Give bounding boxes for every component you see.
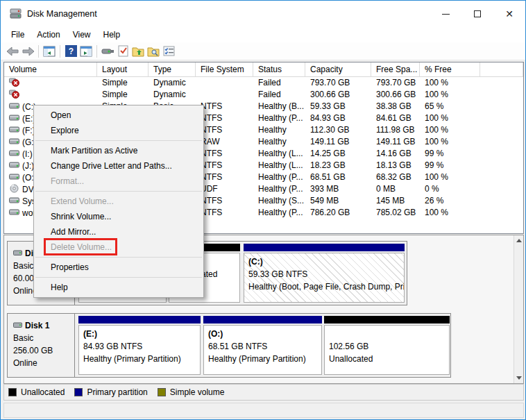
volume-row[interactable]: SimpleDynamicFailed300.66 GB300.66 GB100… xyxy=(4,89,523,101)
volume-capacity-cell: 59.33 GB xyxy=(305,101,371,112)
column-header-type[interactable]: Type xyxy=(149,62,196,76)
scroll-down-button[interactable] xyxy=(514,373,524,383)
maximize-button[interactable] xyxy=(461,1,493,27)
menu-item-add-mirror[interactable]: Add Mirror... xyxy=(34,224,203,240)
menu-item-label: Add Mirror... xyxy=(51,227,96,237)
volume-blank-cell xyxy=(480,89,523,101)
menubar-item-file[interactable]: File xyxy=(5,28,31,41)
volume-free-space-cell: 793.70 GB xyxy=(371,77,420,89)
menu-separator xyxy=(35,257,202,258)
column-header-file-system[interactable]: File System xyxy=(196,62,253,76)
volume-percent-free-cell: 100 % xyxy=(420,112,480,124)
volume-capacity-cell: 793.70 GB xyxy=(305,77,371,89)
titlebar: Disk Management ✕ xyxy=(1,1,525,27)
volume-capacity-cell: 786.20 GB xyxy=(305,207,371,219)
volume-free-space-cell: 149.11 GB xyxy=(371,136,420,148)
volume-free-space-cell: 145 MB xyxy=(371,195,420,207)
disk-volume-icon xyxy=(9,149,19,159)
menubar-item-help[interactable]: Help xyxy=(97,28,127,41)
volume-status-cell: Healthy (P... xyxy=(253,112,305,124)
volume-type-cell: Dynamic xyxy=(149,77,196,89)
volume-blank-cell xyxy=(480,160,523,171)
column-header-capacity[interactable]: Capacity xyxy=(305,62,371,76)
volume-blank-cell xyxy=(480,124,523,136)
volume-percent-free-cell: 100 % xyxy=(420,171,480,183)
unallocated-block[interactable]: 102.56 GBUnallocated xyxy=(324,316,450,375)
menu-item-delete-volume[interactable]: Delete Volume... xyxy=(34,240,203,255)
menu-item-help[interactable]: Help xyxy=(34,280,203,295)
column-header-status[interactable]: Status xyxy=(253,62,305,76)
volume-free-space-cell: 111.98 GB xyxy=(371,124,420,136)
partition-block[interactable]: (O:)68.51 GB NTFSHealthy (Primary Partit… xyxy=(203,316,322,375)
menu-item-extend-volume[interactable]: Extend Volume... xyxy=(34,194,203,209)
volume-percent-free-cell: 26 % xyxy=(420,195,480,207)
volume-free-space-cell: 14.16 GB xyxy=(371,148,420,160)
forward-icon[interactable] xyxy=(20,44,35,59)
folder-search-icon[interactable] xyxy=(146,44,161,59)
volume-free-space-cell: 38.38 GB xyxy=(371,101,420,112)
partition-color-bar xyxy=(203,316,322,324)
menu-item-properties[interactable]: Properties xyxy=(34,260,203,275)
column-header-layout[interactable]: Layout xyxy=(97,62,149,76)
disk-info-panel[interactable]: Disk 1Basic256.00 GBOnline xyxy=(8,314,75,377)
maximize-icon xyxy=(474,10,481,17)
partition-block[interactable]: (C:)59.33 GB NTFSHealthy (Boot, Page Fil… xyxy=(244,244,405,303)
help-icon[interactable]: ? xyxy=(63,44,78,59)
menu-item-label: Extend Volume... xyxy=(51,196,114,206)
partition-label: (E:)84.93 GB NTFSHealthy (Primary Partit… xyxy=(78,325,201,375)
menu-item-shrink-volume[interactable]: Shrink Volume... xyxy=(34,209,203,224)
folder-up-icon[interactable] xyxy=(130,44,146,59)
volume-capacity-cell: 393 MB xyxy=(305,183,371,195)
menubar-item-action[interactable]: Action xyxy=(31,28,66,41)
menu-item-label: Mark Partition as Active xyxy=(51,146,137,156)
volume-status-cell: Healthy (P... xyxy=(253,183,305,195)
menu-item-open[interactable]: Open xyxy=(34,108,203,123)
column-header--free[interactable]: % Free xyxy=(420,62,480,76)
back-icon[interactable] xyxy=(5,44,20,59)
menubar-item-view[interactable]: View xyxy=(67,28,97,41)
legend-label: Primary partition xyxy=(87,387,147,397)
menu-item-label: Properties xyxy=(51,262,89,272)
legend-swatch xyxy=(74,388,83,396)
menu-item-mark-partition-as-active[interactable]: Mark Partition as Active xyxy=(34,143,203,158)
legend-label: Simple volume xyxy=(170,387,225,397)
volume-file-system-cell: NTFS xyxy=(196,171,253,183)
legend-item-simple-volume: Simple volume xyxy=(158,387,225,397)
scroll-up-button[interactable] xyxy=(514,235,524,246)
partition-line-3: Healthy (Primary Partition) xyxy=(83,353,200,365)
column-header-blank[interactable] xyxy=(480,62,523,76)
show-action-pane-icon[interactable] xyxy=(78,44,94,59)
disk-icon xyxy=(13,247,22,260)
menu-item-change-drive-letter-and-paths[interactable]: Change Drive Letter and Paths... xyxy=(34,158,203,174)
legend-item-primary-partition: Primary partition xyxy=(74,387,147,397)
minimize-button[interactable] xyxy=(430,1,461,27)
volume-status-cell: Healthy xyxy=(253,136,305,148)
volume-capacity-cell: 549 MB xyxy=(305,195,371,207)
refresh-icon[interactable] xyxy=(100,44,115,59)
volume-status-cell: Failed xyxy=(253,77,305,89)
partition-block[interactable]: (E:)84.93 GB NTFSHealthy (Primary Partit… xyxy=(78,316,201,375)
menu-item-format[interactable]: Format... xyxy=(34,174,203,189)
show-console-tree-icon[interactable] xyxy=(42,44,57,59)
volume-file-system-cell xyxy=(196,77,253,89)
disk-volume-icon xyxy=(9,173,19,183)
close-button[interactable]: ✕ xyxy=(493,1,525,27)
volume-free-space-cell: 18.13 GB xyxy=(371,160,420,171)
rescan-disks-icon[interactable] xyxy=(115,44,130,59)
column-header-volume[interactable]: Volume xyxy=(4,62,97,76)
vertical-scrollbar[interactable] xyxy=(514,235,523,383)
status-bar xyxy=(3,403,524,418)
menu-item-explore[interactable]: Explore xyxy=(34,123,203,138)
volume-row[interactable]: SimpleDynamicFailed793.70 GB793.70 GB100… xyxy=(4,77,523,89)
volume-layout-cell: Simple xyxy=(97,89,149,101)
svg-text:?: ? xyxy=(68,47,73,56)
menu-item-label: Help xyxy=(51,283,68,292)
volume-capacity-cell: 84.93 GB xyxy=(305,112,371,124)
column-header-free-spa-[interactable]: Free Spa... xyxy=(371,62,420,76)
volume-file-system-cell: NTFS xyxy=(196,148,253,160)
task-list-icon[interactable] xyxy=(161,44,176,59)
volume-free-space-cell: 68.32 GB xyxy=(371,171,420,183)
toolbar-separator xyxy=(60,45,60,58)
volume-status-cell: Healthy xyxy=(253,124,305,136)
volume-blank-cell xyxy=(480,101,523,112)
